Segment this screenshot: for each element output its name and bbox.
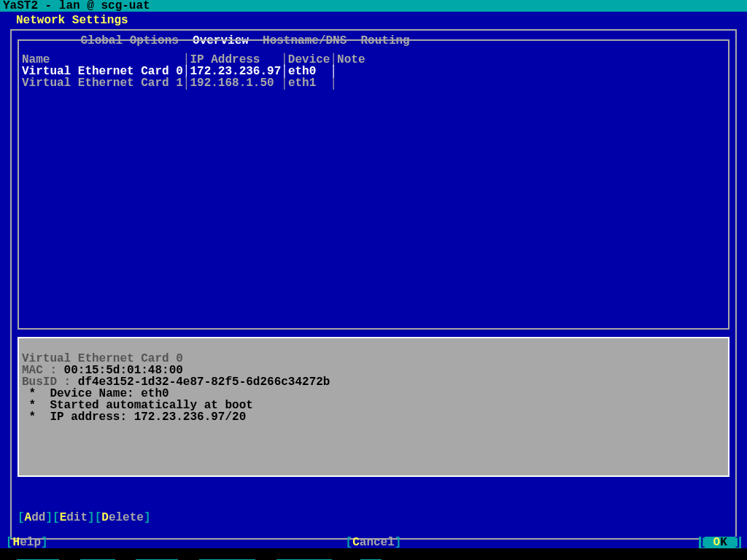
device-detail-panel: Virtual Ethernet Card 0 MAC : 00:15:5d:0…	[18, 337, 729, 477]
table-row[interactable]: Virtual Ethernet Card 1│192.168.1.50 │et…	[22, 77, 337, 90]
add-button[interactable]: [Add]	[18, 511, 53, 524]
window-titlebar: YaST2 - lan @ scg-uat	[0, 0, 747, 12]
main-area: Network Settings ─Global Options──Overvi…	[0, 12, 747, 548]
bottom-button-row: [Cancel] [Help] [ OK ]	[0, 537, 747, 548]
action-row: [Add][Edit][Delete]	[18, 500, 151, 535]
device-list-frame: Name │IP Address │Device│Note Virtual Et…	[18, 39, 729, 330]
cancel-button[interactable]: [Cancel]	[0, 537, 747, 548]
outer-frame: ─Global Options──Overview──Hostname/DNS─…	[10, 29, 737, 540]
window-title: YaST2 - lan @ scg-uat	[3, 0, 150, 12]
edit-button[interactable]: [Edit]	[53, 511, 95, 524]
fkey-bar: F1 Help F3 Add F4 Edit F5 Delete F9 Canc…	[0, 548, 747, 560]
delete-button[interactable]: [Delete]	[95, 511, 151, 524]
detail-ip: * IP address: 172.23.236.97/20	[22, 411, 246, 424]
device-table[interactable]: Name │IP Address │Device│Note Virtual Et…	[19, 41, 728, 102]
